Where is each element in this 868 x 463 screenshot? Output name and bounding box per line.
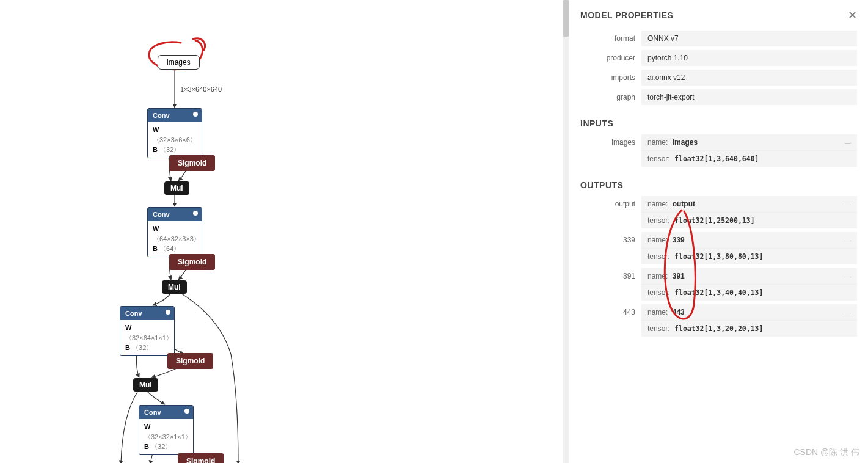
io-row: 391name: 391—tensor: float32[1,3,40,40,1… [580,268,857,301]
io-label: 339 [580,232,641,264]
expand-icon[interactable]: — [845,309,851,316]
expand-icon[interactable]: — [845,201,851,208]
conv-node-2[interactable]: Conv W 〈64×32×3×3〉 B 〈64〉 [147,207,202,257]
sigmoid-node-4[interactable]: Sigmoid [178,453,224,463]
conv-node-1[interactable]: Conv W 〈32×3×6×6〉 B 〈32〉 [147,108,202,158]
node-handle-icon [193,211,198,216]
sigmoid-node-3[interactable]: Sigmoid [167,353,213,369]
io-name-cell[interactable]: name: 443— [641,304,857,320]
conv-title: Conv [144,409,161,416]
conv-b: 〈64〉 [159,245,180,252]
properties-panel: MODEL PROPERTIES ✕ formatONNX v7producer… [569,0,868,463]
conv-w: 〈32×64×1×1〉 [125,334,173,341]
io-label: 443 [580,304,641,337]
node-handle-icon [166,310,170,315]
conv-b: 〈32〉 [159,146,180,153]
property-value[interactable]: ai.onnx v12 [641,70,857,86]
property-row: importsai.onnx v12 [580,70,857,86]
property-row: producerpytorch 1.10 [580,50,857,66]
property-value[interactable]: ONNX v7 [641,31,857,46]
io-name-cell[interactable]: name: output— [641,196,857,212]
inputs-section-title: INPUTS [580,118,857,128]
sigmoid-node-2[interactable]: Sigmoid [169,254,215,270]
node-handle-icon [193,112,198,117]
graph-edges [0,0,568,463]
io-label: 391 [580,268,641,301]
property-label: imports [580,70,641,86]
mul-node-2[interactable]: Mul [162,280,187,294]
mul-node-3[interactable]: Mul [133,378,158,392]
property-value[interactable]: pytorch 1.10 [641,50,857,66]
io-row: 339name: 339—tensor: float32[1,3,80,80,1… [580,232,857,264]
io-name-cell[interactable]: name: images— [641,134,857,150]
io-tensor-cell[interactable]: tensor: float32[1,3,40,40,13] [641,284,857,301]
outputs-section-title: OUTPUTS [580,180,857,190]
io-tensor-cell[interactable]: tensor: float32[1,3,20,20,13] [641,320,857,337]
io-name-cell[interactable]: name: 339— [641,232,857,248]
conv-title: Conv [153,211,170,218]
property-label: graph [580,89,641,105]
close-icon[interactable]: ✕ [848,9,857,22]
property-label: producer [580,50,641,66]
node-handle-icon [184,409,189,414]
expand-icon[interactable]: — [845,139,851,146]
input-node-images[interactable]: images [158,55,200,70]
expand-icon[interactable]: — [845,237,851,244]
input-node-label: images [167,58,191,67]
conv-b: 〈32〉 [132,344,153,351]
property-label: format [580,31,641,46]
property-value[interactable]: torch-jit-export [641,89,857,105]
io-tensor-cell[interactable]: tensor: float32[1,3,640,640] [641,150,857,167]
conv-w: 〈32×32×1×1〉 [144,433,192,440]
io-row: imagesname: images—tensor: float32[1,3,6… [580,134,857,167]
conv-b: 〈32〉 [151,443,172,450]
scrollbar-thumb[interactable] [563,0,569,37]
io-label: images [580,134,641,167]
conv-node-4[interactable]: Conv W 〈32×32×1×1〉 B 〈32〉 [139,405,194,455]
conv-node-3[interactable]: Conv W 〈32×64×1×1〉 B 〈32〉 [120,306,175,356]
panel-title: MODEL PROPERTIES [580,10,673,20]
io-row: outputname: output—tensor: float32[1,252… [580,196,857,228]
inputs-list: imagesname: images—tensor: float32[1,3,6… [580,134,857,167]
conv-w: 〈64×32×3×3〉 [153,235,200,242]
mul-node-1[interactable]: Mul [164,181,189,195]
scroll-track [563,0,569,463]
io-tensor-cell[interactable]: tensor: float32[1,3,80,80,13] [641,248,857,264]
conv-title: Conv [125,310,142,317]
property-row: formatONNX v7 [580,31,857,46]
io-row: 443name: 443—tensor: float32[1,3,20,20,1… [580,304,857,337]
graph-canvas[interactable]: images 1×3×640×640 Conv W 〈32×3×6×6〉 B 〈… [0,0,569,463]
conv-w: 〈32×3×6×6〉 [153,136,197,144]
io-tensor-cell[interactable]: tensor: float32[1,25200,13] [641,212,857,228]
io-name-cell[interactable]: name: 391— [641,268,857,284]
property-row: graphtorch-jit-export [580,89,857,105]
input-dims-label: 1×3×640×640 [180,86,222,93]
io-label: output [580,196,641,228]
expand-icon[interactable]: — [845,273,851,280]
conv-title: Conv [153,112,170,119]
sigmoid-node-1[interactable]: Sigmoid [169,155,215,171]
outputs-list: outputname: output—tensor: float32[1,252… [580,196,857,337]
model-properties-list: formatONNX v7producerpytorch 1.10imports… [580,31,857,105]
